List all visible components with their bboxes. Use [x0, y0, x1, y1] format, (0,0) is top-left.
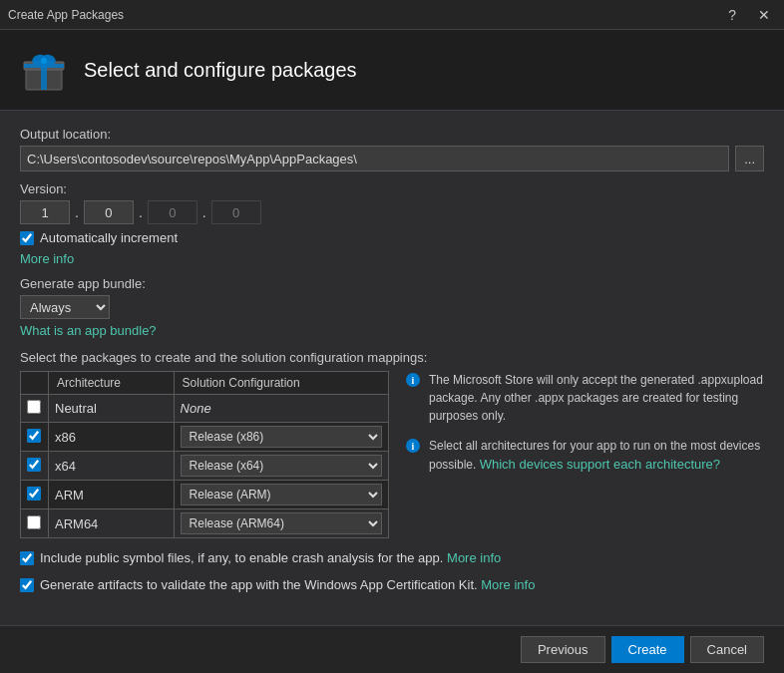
arch-x86: x86 [49, 423, 175, 452]
devices-link[interactable]: Which devices support each architecture? [480, 457, 720, 472]
certification-more-info-link[interactable]: More info [481, 577, 535, 592]
col-arch: Architecture [49, 372, 175, 395]
dialog-header: Select and configure packages [0, 30, 784, 111]
info-icon-2: i [405, 438, 421, 454]
version-row: . . . [20, 200, 764, 224]
config-select-x64[interactable]: Release (x64) [181, 455, 382, 477]
table-row: x64 Release (x64) [21, 452, 389, 481]
arch-x64: x64 [49, 452, 175, 481]
arch-checkbox-x64[interactable] [27, 458, 41, 472]
version-field-2[interactable] [84, 200, 134, 224]
what-is-bundle-link[interactable]: What is an app bundle? [20, 323, 157, 338]
auto-increment-label: Automatically increment [40, 230, 178, 245]
dialog-body: Output location: ... Version: . . . Auto… [0, 111, 784, 625]
config-select-arm[interactable]: Release (ARM) [181, 484, 382, 505]
version-sep-1: . [74, 204, 80, 220]
svg-text:i: i [412, 441, 415, 452]
arch-arm64: ARM64 [49, 509, 175, 538]
gift-icon [20, 46, 68, 94]
arch-checkbox-arm64[interactable] [27, 515, 41, 529]
arch-checkbox-arm[interactable] [27, 487, 41, 501]
dialog-footer: Previous Create Cancel [0, 625, 784, 673]
config-arm: Release (ARM) [174, 481, 388, 509]
version-field-4[interactable] [211, 200, 261, 224]
packages-label: Select the packages to create and the so… [20, 350, 764, 365]
version-field-3[interactable] [148, 200, 197, 224]
cancel-button[interactable]: Cancel [690, 636, 764, 663]
svg-text:i: i [412, 375, 415, 386]
output-label: Output location: [20, 127, 764, 142]
output-row: ... [20, 146, 764, 171]
row-check-cell [21, 423, 49, 452]
info-icon-1: i [405, 372, 421, 388]
dialog: Select and configure packages Output loc… [0, 30, 784, 673]
info-text-1: The Microsoft Store will only accept the… [429, 371, 764, 425]
table-row: Neutral None [21, 395, 389, 423]
symbol-more-info-link[interactable]: More info [447, 550, 501, 565]
symbol-files-row: Include public symbol files, if any, to … [20, 550, 764, 565]
version-field-1[interactable] [20, 200, 70, 224]
col-config: Solution Configuration [174, 372, 388, 395]
titlebar-controls: ? ✕ [722, 6, 776, 24]
config-select-x86[interactable]: Release (x86) [181, 426, 382, 448]
arch-neutral: Neutral [49, 395, 175, 423]
info-text-2: Select all architectures for your app to… [429, 437, 764, 475]
symbol-files-checkbox[interactable] [20, 551, 34, 565]
row-check-cell [21, 452, 49, 481]
close-button[interactable]: ✕ [752, 6, 776, 24]
certification-checkbox[interactable] [20, 578, 34, 592]
config-select-arm64[interactable]: Release (ARM64) [181, 512, 382, 534]
symbol-files-label: Include public symbol files, if any, to … [40, 550, 501, 565]
auto-increment-checkbox[interactable] [20, 231, 34, 245]
col-checkbox [21, 372, 49, 395]
table-row: ARM Release (ARM) [21, 481, 389, 509]
row-check-cell [21, 395, 49, 423]
config-x86: Release (x86) [174, 423, 388, 452]
bottom-checkboxes: Include public symbol files, if any, to … [20, 550, 764, 598]
config-arm64: Release (ARM64) [174, 509, 388, 538]
bundle-select[interactable]: Always If needed Never [20, 295, 110, 319]
certification-label: Generate artifacts to validate the app w… [40, 577, 535, 592]
auto-increment-row: Automatically increment [20, 230, 764, 245]
more-info-link[interactable]: More info [20, 251, 74, 266]
info-item-1: i The Microsoft Store will only accept t… [405, 371, 764, 425]
arch-arm: ARM [49, 481, 175, 509]
arch-checkbox-neutral[interactable] [27, 400, 41, 414]
previous-button[interactable]: Previous [521, 636, 605, 663]
row-check-cell [21, 481, 49, 509]
browse-button[interactable]: ... [735, 146, 764, 171]
packages-table-wrap: Architecture Solution Configuration Neut… [20, 371, 389, 538]
config-neutral: None [174, 395, 388, 423]
version-sep-3: . [201, 204, 207, 220]
arch-checkbox-x86[interactable] [27, 429, 41, 443]
packages-section: Select the packages to create and the so… [20, 350, 764, 538]
create-button[interactable]: Create [611, 636, 684, 663]
help-button[interactable]: ? [722, 6, 742, 24]
dialog-title: Create App Packages [8, 8, 124, 22]
version-label: Version: [20, 181, 764, 196]
config-x64: Release (x64) [174, 452, 388, 481]
bundle-label: Generate app bundle: [20, 276, 764, 291]
titlebar: Create App Packages ? ✕ [0, 0, 784, 30]
packages-layout: Architecture Solution Configuration Neut… [20, 371, 764, 538]
table-row: ARM64 Release (ARM64) [21, 509, 389, 538]
row-check-cell [21, 509, 49, 538]
page-title: Select and configure packages [84, 59, 357, 82]
svg-point-6 [41, 58, 47, 64]
info-item-2: i Select all architectures for your app … [405, 437, 764, 475]
certification-row: Generate artifacts to validate the app w… [20, 577, 764, 592]
packages-table: Architecture Solution Configuration Neut… [20, 371, 389, 538]
table-row: x86 Release (x86) [21, 423, 389, 452]
bundle-row: Always If needed Never [20, 295, 764, 319]
svg-rect-3 [24, 64, 64, 68]
output-input[interactable] [20, 146, 729, 171]
info-panel: i The Microsoft Store will only accept t… [405, 371, 764, 475]
version-sep-2: . [138, 204, 144, 220]
